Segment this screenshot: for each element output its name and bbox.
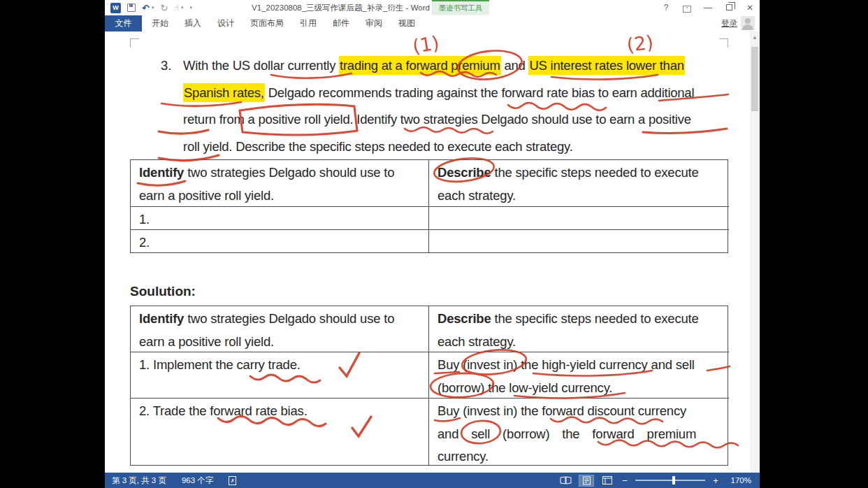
answer-table-blank: Identify two strategies Delgado should u… (130, 159, 728, 253)
tab-mailings[interactable]: 邮件 (326, 15, 356, 31)
print-layout-icon[interactable] (579, 475, 593, 486)
tab-insert[interactable]: 插入 (178, 15, 208, 31)
text-boundary-mark-top-left (130, 38, 139, 48)
word-count[interactable]: 963 个字 (182, 475, 213, 486)
text-boundary-mark-top-right (719, 38, 728, 48)
sign-in-link[interactable]: 登录 (721, 15, 737, 31)
status-left: 第 3 页, 共 3 页 963 个字 ✗ (105, 475, 236, 486)
blank-table-header-describe: Describe the specific steps needed to ex… (428, 160, 729, 206)
page-indicator[interactable]: 第 3 页, 共 3 页 (112, 475, 166, 486)
ink-tools-group-label: 墨迹书写工具 (432, 0, 489, 15)
qat-customize-icon[interactable]: ▾ (190, 5, 193, 10)
blank-table-row2-right (428, 229, 729, 252)
status-right: − + 170% (558, 475, 760, 486)
solution-row2-strategy: 2. Trade the forward rate bias. (131, 398, 428, 465)
undo-icon[interactable]: ↶ (142, 3, 150, 13)
solution-row1-steps: Buy (invest in) the high-yield currency … (428, 352, 729, 398)
word-app-icon[interactable]: W (110, 3, 121, 13)
window-controls: ? ⌃ — ✕ (660, 0, 755, 15)
tab-review[interactable]: 审阅 (359, 15, 389, 31)
tab-view[interactable]: 视图 (392, 15, 421, 31)
solution-table-header-identify: Identify two strategies Delgado should u… (131, 306, 428, 352)
help-button[interactable]: ? (660, 3, 672, 13)
restore-button[interactable] (723, 3, 735, 13)
solution-heading: Soulution: (130, 284, 196, 299)
tab-home[interactable]: 开始 (145, 15, 175, 31)
tab-file[interactable]: 文件 (105, 15, 142, 31)
scrollbar-thumb[interactable] (751, 47, 758, 111)
solution-row2-steps: Buy (invest in) the forward discount cur… (428, 398, 729, 465)
touch-mode-dropdown-icon[interactable]: ▾ (181, 5, 184, 10)
read-mode-icon[interactable] (558, 475, 572, 486)
question-number: 3. (161, 52, 171, 80)
ribbon-tab-row: 文件 开始 插入 设计 页面布局 引用 邮件 审阅 视图 (105, 15, 760, 31)
word-window: W ↶▾ ↻ ☝▾ ▾ V1_20230808_三级写作课后题_补录_衍生 - … (105, 0, 760, 488)
scrollbar-up-arrow-icon[interactable]: ▲ (751, 34, 758, 41)
tab-page-layout[interactable]: 页面布局 (244, 15, 290, 31)
question-paragraph: With the US dollar currently trading at … (183, 52, 730, 160)
blank-table-row1-left: 1. (131, 206, 428, 229)
touch-mode-icon[interactable]: ☝ (174, 3, 179, 13)
zoom-out-button[interactable]: − (621, 475, 628, 486)
user-avatar[interactable] (741, 16, 755, 30)
document-page[interactable]: 3. With the US dollar currently trading … (105, 31, 760, 473)
status-bar: 第 3 页, 共 3 页 963 个字 ✗ − + 170% (105, 473, 760, 488)
answer-table-solution: Identify two strategies Delgado should u… (130, 306, 728, 466)
minimize-button[interactable]: — (702, 3, 714, 13)
screen: W ↶▾ ↻ ☝▾ ▾ V1_20230808_三级写作课后题_补录_衍生 - … (0, 0, 868, 488)
solution-table-header-describe: Describe the specific steps needed to ex… (428, 306, 729, 352)
redo-icon[interactable]: ↻ (160, 3, 168, 13)
zoom-slider[interactable] (635, 480, 705, 481)
web-layout-icon[interactable] (600, 475, 614, 486)
spell-check-icon[interactable]: ✗ (229, 476, 236, 485)
save-icon[interactable] (127, 3, 136, 12)
window-title: V1_20230808_三级写作课后题_补录_衍生 - Word (245, 0, 437, 15)
tab-design[interactable]: 设计 (211, 15, 240, 31)
blank-table-row1-right (428, 206, 729, 229)
vertical-scrollbar[interactable]: ▲ (750, 31, 760, 473)
solution-row1-strategy: 1. Implement the carry trade. (131, 352, 428, 398)
undo-dropdown-icon[interactable]: ▾ (152, 5, 154, 10)
zoom-level[interactable]: 170% (726, 476, 751, 485)
blank-table-row2-left: 2. (131, 229, 428, 252)
ribbon-display-options-button[interactable]: ⌃ (681, 3, 693, 13)
quick-access-toolbar: W ↶▾ ↻ ☝▾ ▾ (110, 1, 192, 14)
close-button[interactable]: ✕ (744, 3, 755, 13)
zoom-slider-thumb[interactable] (672, 476, 675, 485)
blank-table-header-identify: Identify two strategies Delgado should u… (131, 160, 428, 206)
tab-references[interactable]: 引用 (294, 15, 323, 31)
zoom-in-button[interactable]: + (712, 475, 719, 486)
